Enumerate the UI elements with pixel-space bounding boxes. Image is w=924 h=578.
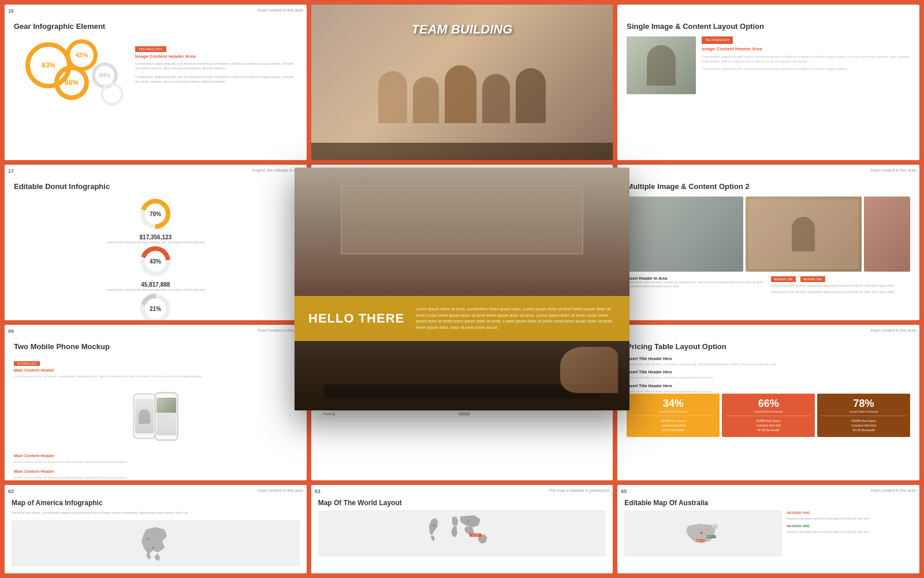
person-5 — [516, 68, 546, 123]
donut-number-2: 45,817,888 — [141, 281, 170, 288]
slide-number-7: 09 — [8, 328, 14, 334]
pricing-card-3: 78% Actual Sales Achieved 900MB Disk Spa… — [817, 394, 910, 437]
team-image: TEAM BUILDING — [311, 5, 613, 160]
pricing-detail-3: 45 GB Bandwidth — [630, 428, 716, 432]
mobile-phones — [14, 379, 297, 454]
hello-body: Lorem ipsum dolor sit amet, consectetur … — [416, 306, 616, 331]
svg-text:HEADER ONE: HEADER ONE — [695, 540, 706, 542]
slide-title-11: Map Of The World Layout — [318, 499, 606, 507]
svg-point-15 — [433, 525, 435, 527]
slide-australia-map: 65 Insert content in this area Editable … — [617, 485, 919, 573]
donut-svg-3: 21% — [138, 291, 173, 320]
pricing-left-text3: Lorem ipsum dolor sit amet, consectetur … — [627, 390, 910, 394]
header-pill-1: HEADER ONE — [771, 276, 796, 282]
person-4 — [482, 74, 510, 123]
slide-title-4: Editable Donut Infographic — [14, 182, 297, 192]
america-map-placeholder — [12, 520, 300, 566]
desc-slide1: Consectetur adipiscing elit, sed do eius… — [135, 61, 297, 71]
slide-title-7: Two Mobile Phone Mockup — [14, 342, 297, 352]
aus-label-1: HEADER ONE — [787, 510, 912, 516]
hands-shape — [560, 347, 618, 393]
slide-title-3: Single Image & Content Layout Option — [627, 22, 910, 32]
svg-point-16 — [453, 521, 455, 523]
tech-tag-slide1: TECHNOLOGY — [135, 46, 166, 52]
pricing-left-title3: Insert Title Header Here — [627, 384, 910, 388]
phone-person — [139, 409, 150, 424]
pricing-left-title1: Insert Title Header Here — [627, 357, 910, 361]
hello-banner: HELLO THERE Lorem ipsum dolor sit amet, … — [295, 296, 629, 341]
svg-point-17 — [467, 521, 469, 523]
gear-extra — [100, 83, 124, 106]
slide-america-map: 62 Insert content in this area Map of Am… — [5, 485, 307, 573]
slide-number-12: 65 — [621, 488, 627, 494]
world-map-svg: CLICK TIP — [318, 513, 606, 554]
pricing-detail-6: 45 GB Bandwidth — [725, 428, 811, 432]
pricing-sub-2: Actual Sales Achieved — [725, 410, 811, 413]
pricing-detail-5: Unlimited Web Mail — [725, 423, 811, 428]
slide-pricing-table: Insert content in this area Pricing Tabl… — [617, 325, 919, 480]
desc2-slide1: Consectetur adipiscing elit, sed do eius… — [135, 75, 297, 84]
pricing-detail-8: Unlimited Web Mail — [821, 423, 907, 428]
slide-title-12: Editable Map Of Australia — [624, 499, 912, 507]
slide-tag-6: Insert content in this area — [870, 168, 916, 172]
slide-gear-infographic: 15 Insert content in this area Gear Info… — [5, 5, 307, 160]
pricing-sub-3: Actual Sales Achieved — [821, 410, 907, 413]
row-7-e6 — [573, 411, 603, 417]
row-7-bar — [456, 411, 484, 417]
desc2-slide3: Consectetur adipiscing elit, sed do eius… — [702, 66, 910, 71]
header-desc-6: Lorem ipsum dolor sit amet, consectetur … — [627, 280, 766, 288]
desc-slide3: Consectetur adipiscing elit, sed do eius… — [702, 54, 910, 64]
row-7-e1 — [401, 411, 429, 417]
pricing-divider-3 — [821, 416, 907, 416]
phone-back — [133, 393, 156, 439]
multi-img-2 — [746, 197, 862, 272]
pricing-detail-4: 800MB Disk Space — [725, 418, 811, 423]
slide-donut-infographic: 17 Graphic are editable in excel Editabl… — [5, 165, 307, 320]
single-image-placeholder — [627, 36, 696, 94]
phone-line-1 — [158, 415, 172, 417]
header-pill-2: HEADER ONE — [800, 276, 825, 282]
pricing-percent-2: 66% — [725, 398, 811, 409]
slide-number-10: 62 — [8, 488, 14, 494]
pricing-divider-1 — [630, 416, 716, 416]
pricing-percent-3: 78% — [821, 398, 907, 409]
screen-shape — [341, 185, 583, 254]
table-row-7: Training — [321, 411, 604, 417]
svg-point-14 — [152, 547, 154, 549]
pricing-card-2: 66% Actual Sales Achieved 800MB Disk Spa… — [722, 394, 815, 437]
slide-tag-1: Insert content in this area — [258, 8, 303, 12]
row-7-area: Training — [321, 411, 401, 417]
svg-text:70%: 70% — [150, 211, 161, 217]
slide-desc-10: Tia enim sed amet, consectetur adipiscin… — [12, 510, 300, 516]
row-7-e2 — [428, 411, 456, 417]
header-text-6-1: Lorem ipsum dolor sit amet, consectetur … — [771, 284, 910, 288]
slide-title-6: Multiple Image & Content Option 2 — [627, 182, 910, 192]
donut-number-1: $17,356,123 — [140, 234, 172, 240]
team-base — [311, 143, 613, 160]
australia-map-svg: HEADER ONE HEADER ONE — [680, 516, 726, 551]
svg-point-13 — [157, 540, 159, 542]
pricing-left-text1: Lorem ipsum dolor sit amet, consectetur … — [627, 362, 910, 367]
donut-1: 70% $17,356,123 Lorem ipsum new learn th… — [14, 197, 297, 244]
pricing-detail-2: Unlimited Web Mail — [630, 423, 716, 428]
mobile-desc-7: Lorem ipsum dolor sit amet, consectetur … — [14, 374, 297, 379]
content-header-slide3: Image Content Header Area — [702, 46, 910, 53]
mobile-right-text: Main Content Header Lorem ipsum dolor si… — [14, 454, 297, 480]
phone-image — [157, 398, 176, 413]
svg-point-21 — [700, 532, 702, 534]
mobile-left-text: TECHNOLOGY Main Content Header Lorem ips… — [14, 357, 297, 379]
pricing-divider-2 — [725, 416, 811, 416]
slide-multi-image: Insert content in this area Multiple Ima… — [617, 165, 919, 320]
multi-img-1 — [627, 197, 743, 272]
main-desc1: Lorem ipsum dolor sit amet lorem ipsum d… — [14, 460, 297, 464]
gear-66: 66% — [54, 65, 89, 100]
center-overlay-slide: HELLO THERE Lorem ipsum dolor sit amet, … — [295, 168, 629, 410]
pricing-cards: 34% Actual Sales Achieved 302MB Disk Spa… — [627, 394, 910, 437]
single-text-area: TECHNOLOGY Image Content Header Area Con… — [702, 36, 910, 94]
main-header2: Main Content Header — [14, 469, 297, 473]
row-7-e4 — [511, 411, 541, 417]
slide-tag-12: Insert content in this area — [870, 488, 916, 492]
hello-title: HELLO THERE — [308, 311, 404, 326]
row-7-e5 — [541, 411, 573, 417]
mobile-header-7: Main Content Header — [14, 368, 297, 372]
